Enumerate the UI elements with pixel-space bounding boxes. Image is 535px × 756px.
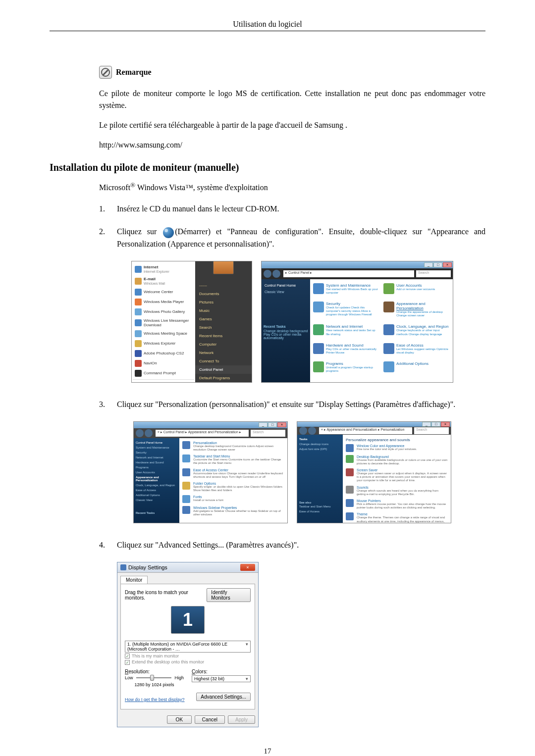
start-item[interactable]: Windows Meeting Space [133,329,194,339]
monitor-select[interactable]: 1. (Multiple Monitors) on NVIDIA GeForce… [125,641,251,653]
pers-side-link[interactable]: System and Maintenance [136,445,177,450]
start-right-item[interactable]: Recent Items [195,332,252,340]
help-link[interactable]: How do I get the best display? [125,697,185,702]
forward-button[interactable] [145,429,153,437]
pers-side-link[interactable]: Hardware and Sound [136,460,177,465]
start-item[interactable]: Welcome Center [133,287,194,297]
maximize-button[interactable]: □ [431,422,440,427]
start-right-item[interactable]: Games [195,315,252,323]
breadcrumb[interactable]: ▸ Control Panel ▸ [283,270,414,277]
tasks-link[interactable]: Adjust font size (DPI) [299,447,341,452]
pers-side-link[interactable]: Classic View [136,498,177,503]
pers-side-link[interactable]: Network and Internet [136,455,177,460]
cp-category[interactable]: Additional Options [383,361,450,378]
pers-item[interactable]: Ease of Access CenterAccommodate low vis… [182,468,284,479]
minimize-button[interactable]: _ [422,422,431,427]
forward-button[interactable] [308,427,316,435]
cp-category[interactable]: Hardware and SoundPlay CDs or other medi… [313,343,379,359]
back-button[interactable] [264,270,271,278]
cp-category[interactable]: SecurityCheck for updates Check this com… [313,302,379,322]
pers-item[interactable]: ThemeChange the theme. Themes can change… [346,512,448,523]
start-item[interactable]: Adobe Photoshop CS2 [133,349,194,358]
pers-item[interactable]: SoundsChange which sounds are heard when… [346,486,448,496]
minimize-button[interactable]: _ [259,422,268,427]
forward-button[interactable] [272,270,280,278]
pers-item[interactable]: PersonalizationChange desktop background… [182,441,284,452]
start-right-item[interactable]: Search [195,323,252,332]
cp-category[interactable]: Network and InternetView network status … [313,324,379,341]
start-item[interactable]: Windows Explorer [133,339,194,349]
pers-side-link[interactable]: Clock, Language, and Region [136,483,177,488]
close-button[interactable]: × [443,262,452,267]
start-right-control-panel[interactable]: Control Panel [195,365,252,374]
search-input[interactable]: Search [416,270,451,277]
recent-task-link[interactable]: Play CDs or other media automatically [264,333,308,340]
back-button[interactable] [299,427,307,435]
cp-side-classic[interactable]: Classic View [264,289,308,295]
monitor-preview[interactable]: 1 [171,606,205,634]
slider-thumb[interactable] [150,675,154,681]
breadcrumb[interactable]: « ▸ Appearance and Personalization ▸ Per… [319,427,412,434]
close-button[interactable]: × [240,564,255,571]
cp-category-appearance[interactable]: Appearance and PersonalizationChange the… [383,302,450,322]
pers-side-link[interactable]: Control Panel Home [136,440,177,445]
all-programs[interactable]: ▸All Programs [133,381,194,383]
close-button[interactable]: × [441,422,450,427]
start-right-item[interactable]: Computer [195,340,252,349]
pers-item[interactable]: Windows Sidebar PropertiesAdd gadgets to… [182,506,284,516]
pers-item[interactable]: Window Color and AppearanceFine tune the… [346,444,448,452]
cp-category[interactable]: Ease of AccessLet Windows suggest settin… [383,343,450,359]
advanced-settings-button[interactable]: Advanced Settings... [196,693,251,701]
start-right-item[interactable]: Documents [195,290,252,298]
start-item[interactable]: NaviOn [133,358,194,368]
cp-category[interactable]: User AccountsAdd or remove user accounts [383,283,450,300]
cp-category[interactable]: System and MaintenanceGet started with W… [313,283,379,300]
pers-item[interactable]: Desktop BackgroundChoose from available … [346,455,448,465]
start-right-item[interactable]: Connect To [195,357,252,365]
extend-desktop-checkbox[interactable]: ✓ [125,660,130,665]
start-right-item[interactable]: ------ [195,281,252,290]
pers-item[interactable]: Mouse PointersPick a different mouse poi… [346,499,448,509]
pers-item[interactable]: Folder OptionsSpecify single- or double-… [182,482,284,492]
ok-button[interactable]: OK [167,715,192,724]
see-also-link[interactable]: Ease of Access [299,509,341,514]
minimize-button[interactable]: _ [424,262,433,267]
maximize-button[interactable]: □ [433,262,442,267]
recent-task-link[interactable]: Change desktop background [264,329,308,333]
pers-side-link[interactable]: Additional Options [136,493,177,498]
monitor-tab[interactable]: Monitor [120,576,148,584]
start-item[interactable]: Windows Photo Gallery [133,307,194,317]
close-button[interactable]: × [277,422,286,427]
back-button[interactable] [136,429,144,437]
pers-side-link[interactable]: Security [136,450,177,455]
start-item[interactable]: Command Prompt [133,368,194,378]
start-right-item[interactable]: Music [195,306,252,315]
cp-side-home[interactable]: Control Panel Home [264,282,308,289]
see-also-link[interactable]: Taskbar and Start Menu [299,504,341,509]
pers-item[interactable]: Screen SaverChange your screen saver or … [346,468,448,483]
pers-side-link-active[interactable]: Appearance and Personalization [136,475,177,483]
start-right-item[interactable]: Help and Support [195,382,252,383]
cp-category[interactable]: Clock, Language, and RegionChange keyboa… [383,324,450,341]
pers-side-link[interactable]: Programs [136,465,177,470]
start-item[interactable]: Windows Live Messenger Download [133,317,194,329]
breadcrumb[interactable]: « ▸ Control Panel ▸ Appearance and Perso… [156,430,249,437]
start-item[interactable]: E-mailWindows Mail [133,275,194,287]
search-input[interactable]: Search [251,430,285,437]
search-input[interactable]: Search [414,427,449,434]
main-monitor-checkbox[interactable]: ✓ [125,654,130,658]
identify-monitors-button[interactable]: Identify Monitors [207,588,251,602]
cp-category[interactable]: ProgramsUninstall a program Change start… [313,361,379,378]
pers-side-link[interactable]: Ease of Access [136,488,177,493]
start-right-item[interactable]: Network [195,349,252,357]
resolution-slider[interactable] [136,677,172,678]
pers-side-link[interactable]: User Accounts [136,470,177,475]
start-right-item[interactable]: Default Programs [195,374,252,382]
pers-item[interactable]: FontsInstall or remove a font [182,495,284,503]
start-right-item[interactable]: Pictures [195,298,252,306]
apply-button[interactable]: Apply [228,715,255,724]
tasks-link[interactable]: Change desktop icons [299,442,341,447]
colors-select[interactable]: Highest (32 bit) ▾ [192,675,251,682]
start-item[interactable]: Windows Media Player [133,297,194,307]
start-item[interactable]: InternetInternet Explorer [133,263,194,275]
